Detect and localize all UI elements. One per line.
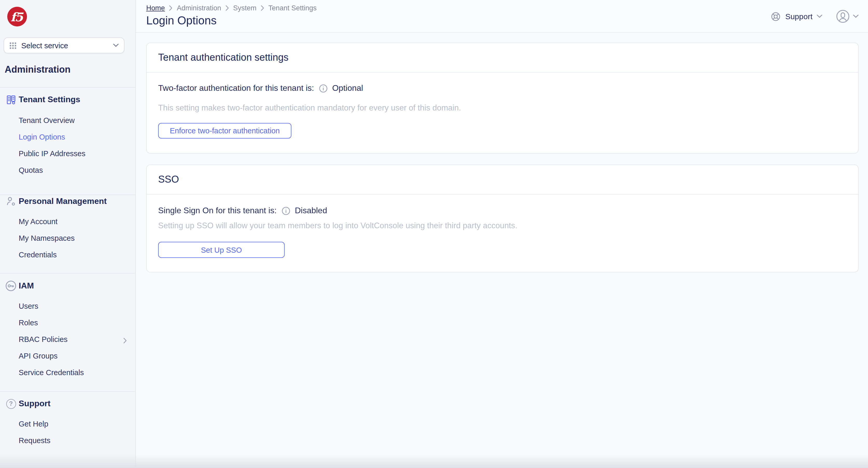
sidebar-item-label: API Groups — [19, 352, 58, 360]
breadcrumb: Home Administration System Tenant Settin… — [146, 4, 316, 12]
sidebar-item-service-credentials[interactable]: Service Credentials — [0, 366, 135, 379]
sidebar-item-label: Service Credentials — [19, 369, 84, 377]
service-selector-label: Select service — [21, 41, 108, 50]
breadcrumb-home[interactable]: Home — [146, 4, 165, 12]
enforce-two-factor-button[interactable]: Enforce two-factor authentication — [158, 123, 291, 139]
two-factor-status-label: Two-factor authentication for this tenan… — [158, 84, 314, 93]
sidebar-item-label: My Namespaces — [19, 234, 75, 242]
key-icon — [5, 280, 17, 292]
sidebar-item-credentials[interactable]: Credentials — [0, 248, 135, 262]
sidebar-item-requests[interactable]: Requests — [0, 434, 135, 447]
two-factor-description: This setting makes two-factor authentica… — [158, 103, 461, 113]
top-header: Home Administration System Tenant Settin… — [136, 0, 868, 33]
sidebar-item-my-account[interactable]: My Account — [0, 215, 135, 228]
breadcrumb-system[interactable]: System — [233, 4, 256, 12]
sidebar-section-support[interactable]: ? Support — [0, 397, 135, 410]
sidebar-item-public-ip-addresses[interactable]: Public IP Addresses — [0, 147, 135, 160]
grid-icon — [9, 42, 17, 49]
two-factor-status-row: Two-factor authentication for this tenan… — [158, 84, 363, 93]
sidebar-item-label: Requests — [19, 436, 51, 445]
sidebar-section-title: Support — [19, 399, 51, 408]
info-icon[interactable] — [319, 84, 328, 93]
chevron-down-icon — [817, 14, 823, 18]
chevron-down-icon — [113, 43, 119, 47]
sidebar-item-label: Get Help — [19, 420, 48, 428]
user-menu[interactable] — [836, 9, 859, 23]
header-actions: Support — [771, 0, 859, 33]
page-title: Login Options — [146, 14, 217, 28]
sidebar-item-label: RBAC Policies — [19, 335, 68, 344]
chevron-right-icon — [225, 5, 229, 11]
life-ring-icon — [771, 11, 781, 22]
sidebar-section-personal-management[interactable]: Personal Management — [0, 195, 135, 208]
person-gear-icon — [5, 195, 17, 208]
sidebar-item-label: Quotas — [19, 166, 43, 174]
breadcrumb-tenant-settings[interactable]: Tenant Settings — [268, 4, 316, 12]
f5-logo-text: f5 — [11, 11, 24, 23]
sidebar-item-label: Public IP Addresses — [19, 149, 85, 158]
support-menu[interactable]: Support — [771, 11, 823, 22]
sidebar-item-label: Login Options — [19, 133, 65, 141]
sidebar-section-iam[interactable]: IAM — [0, 279, 135, 293]
divider — [0, 87, 135, 88]
divider — [0, 391, 135, 392]
sidebar-item-tenant-overview[interactable]: Tenant Overview — [0, 114, 135, 127]
chevron-right-icon — [169, 5, 173, 11]
sidebar-heading: Administration — [5, 64, 70, 75]
chevron-right-icon — [260, 5, 264, 11]
support-menu-label: Support — [785, 12, 812, 21]
sidebar-item-users[interactable]: Users — [0, 299, 135, 313]
buildings-gear-icon — [5, 93, 17, 106]
button-label: Set Up SSO — [201, 246, 242, 254]
help-circle-icon: ? — [5, 398, 17, 410]
card-header: SSO — [147, 165, 858, 195]
sidebar-item-my-namespaces[interactable]: My Namespaces — [0, 231, 135, 245]
sso-status-row: Single Sign On for this tenant is: Disab… — [158, 206, 327, 215]
sso-status-label: Single Sign On for this tenant is: — [158, 206, 277, 215]
card-header: Tenant authentication settings — [147, 43, 858, 72]
sso-status-value: Disabled — [295, 206, 327, 215]
card-title: Tenant authentication settings — [158, 52, 288, 63]
button-label: Enforce two-factor authentication — [170, 126, 280, 135]
sidebar: f5 Select service Administration — [0, 0, 136, 468]
sidebar-section-title: IAM — [19, 281, 34, 291]
sidebar-item-get-help[interactable]: Get Help — [0, 417, 135, 431]
tenant-authentication-card: Tenant authentication settings Two-facto… — [146, 42, 859, 153]
sso-description: Setting up SSO will allow your team memb… — [158, 221, 517, 230]
sidebar-section-tenant-settings[interactable]: Tenant Settings — [0, 93, 135, 106]
sidebar-item-roles[interactable]: Roles — [0, 316, 135, 329]
sidebar-item-quotas[interactable]: Quotas — [0, 164, 135, 177]
sidebar-item-api-groups[interactable]: API Groups — [0, 349, 135, 363]
divider — [0, 273, 135, 273]
f5-logo[interactable]: f5 — [7, 7, 27, 26]
service-selector[interactable]: Select service — [4, 37, 124, 53]
card-title: SSO — [158, 174, 179, 185]
two-factor-status-value: Optional — [332, 84, 363, 93]
info-icon[interactable] — [281, 206, 290, 215]
sidebar-item-label: My Account — [19, 217, 58, 226]
sso-card: SSO Single Sign On for this tenant is: D… — [146, 165, 859, 272]
sidebar-item-login-options[interactable]: Login Options — [0, 130, 135, 144]
sidebar-section-title: Personal Management — [19, 197, 107, 206]
chevron-down-icon — [853, 14, 859, 18]
sidebar-item-label: Credentials — [19, 251, 57, 259]
breadcrumb-administration[interactable]: Administration — [177, 4, 221, 12]
sidebar-item-rbac-policies[interactable]: RBAC Policies — [0, 332, 135, 346]
voltconsole-app: f5 Select service Administration — [0, 0, 868, 468]
sidebar-section-title: Tenant Settings — [19, 95, 81, 104]
avatar-icon — [836, 9, 850, 23]
chevron-right-icon — [123, 337, 127, 345]
sidebar-item-label: Tenant Overview — [19, 116, 75, 124]
sidebar-item-label: Roles — [19, 319, 38, 327]
set-up-sso-button[interactable]: Set Up SSO — [158, 242, 285, 258]
sidebar-item-label: Users — [19, 302, 38, 310]
